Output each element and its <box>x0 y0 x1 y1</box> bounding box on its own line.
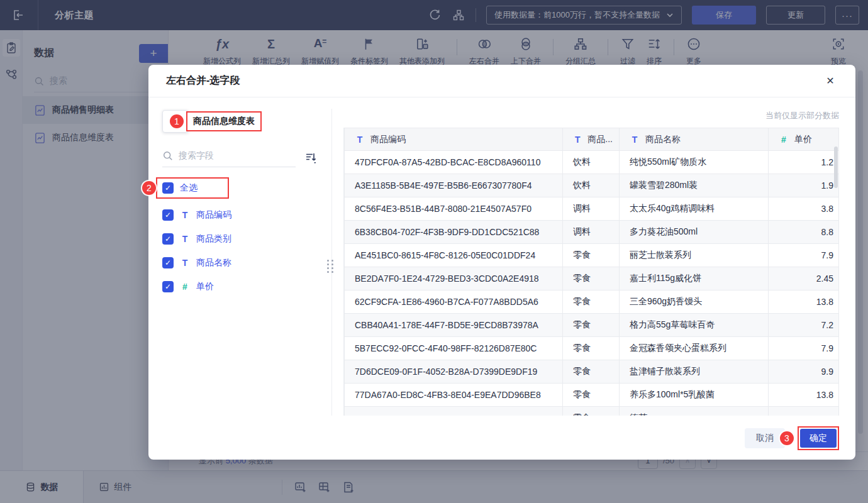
text-type-icon: T <box>355 135 365 145</box>
number-type-icon: # <box>180 282 190 292</box>
table-row: BE2DA7F0-1E24-4729-BED3-3CDC0A2E4918零食嘉士… <box>345 267 839 290</box>
column-header[interactable]: #单价 <box>769 128 839 151</box>
annotation-badge-3: 3 <box>780 431 794 445</box>
column-header[interactable]: T商品编码 <box>345 128 563 151</box>
close-icon[interactable]: ✕ <box>823 74 838 89</box>
field-checkbox-row[interactable]: ✓T 商品类别 <box>162 231 331 246</box>
table-row: 6B38CB04-702F-4F3B-9DF9-DD1CDC521C88调料多力… <box>345 221 839 244</box>
checkbox-checked-icon[interactable]: ✓ <box>162 281 174 292</box>
table-row: AE451BC0-8615-4F8C-8126-05E0C01DDF24零食丽芝… <box>345 244 839 267</box>
search-icon <box>162 150 174 162</box>
preview-table: T商品编码T商品...T商品名称#单价47DFCF0A-87A5-42BD-BC… <box>343 128 839 416</box>
select-all-checkbox-row[interactable]: ✓ 全选 <box>156 177 229 199</box>
table-row: A3E1185B-5B4E-497E-B5B6-E667307780F4饮料罐装… <box>345 174 839 197</box>
field-panel: 1 商品信息维度表 搜索字段 2 ✓ 全选 ✓T <box>148 97 331 427</box>
field-sort-icon[interactable] <box>304 151 318 167</box>
checkbox-checked-icon[interactable]: ✓ <box>162 209 174 221</box>
text-type-icon: T <box>630 135 640 145</box>
confirm-annotation-box: 确定 <box>798 426 839 450</box>
table-row: 47DFCF0A-87A5-42BD-BCAC-E8CD8A960110饮料纯悦… <box>345 151 839 174</box>
dialog-title: 左右合并-选字段 <box>166 74 240 87</box>
field-checkbox-row[interactable]: ✓# 单价 <box>162 279 331 294</box>
table-row-partial: 零食德芙 <box>345 407 839 416</box>
confirm-button[interactable]: 确定 <box>800 429 837 448</box>
merge-select-fields-dialog: 左右合并-选字段 ✕ 1 商品信息维度表 搜索字段 2 ✓ <box>148 65 855 460</box>
table-scrollbar[interactable] <box>834 146 838 188</box>
checkbox-checked-icon[interactable]: ✓ <box>162 182 174 194</box>
text-type-icon: T <box>573 135 582 145</box>
column-header[interactable]: T商品名称 <box>620 128 769 151</box>
annotation-badge-2: 2 <box>142 181 156 195</box>
table-row: 7D6DCE09-0F1F-4052-B28A-D7399DE9DF19零食盐津… <box>345 360 839 384</box>
preview-panel: 当前仅显示部分数据 T商品编码T商品...T商品名称#单价47DFCF0A-87… <box>332 97 855 427</box>
text-type-icon: T <box>180 258 190 268</box>
table-row: 62CF9CFA-1E86-4960-B7CA-F077A8BDD5A6零食三全… <box>345 290 839 314</box>
text-type-icon: T <box>180 210 190 220</box>
partial-data-note: 当前仅显示部分数据 <box>343 97 839 128</box>
table-row: 77DA67A0-ED8C-4FB3-8E04-E9EA7DD96BE8零食养乐… <box>345 384 839 407</box>
checkbox-checked-icon[interactable]: ✓ <box>162 257 174 268</box>
number-type-icon: # <box>779 135 789 145</box>
field-search-input[interactable]: 搜索字段 <box>162 150 296 167</box>
table-row: 8C56F4E3-B51B-44B7-8080-21E4507A57F0调料太太… <box>345 197 839 221</box>
text-type-icon: T <box>180 234 190 244</box>
selected-table-name: 商品信息维度表 <box>186 111 262 131</box>
field-checkbox-row[interactable]: ✓T 商品名称 <box>162 255 331 270</box>
column-header[interactable]: T商品... <box>563 128 620 151</box>
table-row: 5B7ECC92-0FCC-4F40-98FF-82126D87E80C零食金冠… <box>345 337 839 360</box>
field-checkbox-row[interactable]: ✓T 商品编码 <box>162 207 331 223</box>
annotation-badge-1: 1 <box>170 114 184 128</box>
checkbox-checked-icon[interactable]: ✓ <box>162 233 174 245</box>
cancel-button[interactable]: 取消 <box>745 428 785 448</box>
table-selector[interactable]: 1 商品信息维度表 <box>162 109 331 134</box>
table-row: CBB40A41-178E-44F7-BD5E-9ECD8B73978A零食格力… <box>345 314 839 337</box>
